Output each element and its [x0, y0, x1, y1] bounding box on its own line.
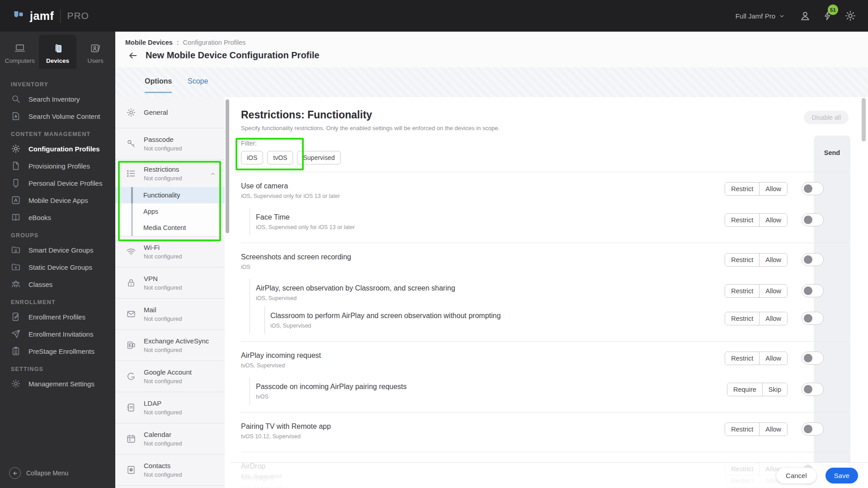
send-toggle[interactable] — [802, 383, 824, 396]
choice-skip-button[interactable]: Skip — [762, 383, 787, 396]
payload-item-restrictions[interactable]: RestrictionsNot configured — [115, 160, 225, 187]
payload-item-ldap[interactable]: LDAPNot configured — [115, 392, 225, 423]
module-tab-devices[interactable]: Devices — [39, 35, 77, 69]
payload-subitem-apps[interactable]: Apps — [115, 203, 225, 220]
indent-guide — [250, 279, 250, 306]
account-button[interactable] — [799, 10, 811, 22]
payload-item-passcode[interactable]: PasscodeNot configured — [115, 128, 225, 160]
payload-item-wi-fi[interactable]: Wi-FiNot configured — [115, 236, 225, 267]
setting-platforms: iOS — [241, 263, 659, 271]
setting-platforms: iOS, Supervised — [270, 322, 659, 329]
sidebar-item-classes[interactable]: Classes — [0, 276, 115, 293]
sidebar-item-enrollment-invitations[interactable]: Enrollment Invitations — [0, 325, 115, 343]
breadcrumb-parent[interactable]: Mobile Devices — [125, 39, 173, 46]
lock-icon — [126, 278, 136, 288]
choice-restrict-button[interactable]: Restrict — [725, 214, 759, 226]
choice-allow-button[interactable]: Allow — [759, 183, 787, 195]
setting-choice-group: RestrictAllow — [725, 422, 788, 436]
choice-allow-button[interactable]: Allow — [759, 423, 787, 436]
sidebar-item-enrollment-profiles[interactable]: Enrollment Profiles — [0, 308, 115, 325]
toggle-knob — [804, 314, 812, 323]
settings-button[interactable] — [844, 10, 856, 22]
sidebar-item-personal-device-profiles[interactable]: Personal Device Profiles — [0, 174, 115, 192]
scrollbar-thumb[interactable] — [862, 98, 866, 141]
back-button[interactable] — [128, 51, 138, 61]
indent-guide — [250, 306, 250, 334]
filter-button-tvos[interactable]: tvOS — [267, 151, 293, 164]
choice-restrict-button[interactable]: Restrict — [725, 183, 759, 195]
choice-restrict-button[interactable]: Restrict — [725, 312, 759, 325]
sidebar-item-ebooks[interactable]: eBooks — [0, 209, 115, 226]
payload-item-vpn[interactable]: VPNNot configured — [115, 267, 225, 299]
sidebar-item-search-volume-content[interactable]: Search Volume Content — [0, 108, 115, 125]
send-toggle[interactable] — [802, 422, 824, 436]
setting-row-airplay-screen-observation-by-classroom-and-screen-sharing: AirPlay, screen observation by Classroom… — [241, 279, 849, 306]
choice-restrict-button[interactable]: Restrict — [725, 253, 759, 266]
notifications-button[interactable]: 51 — [823, 10, 833, 22]
send-toggle[interactable] — [802, 182, 824, 195]
folder-sync-icon — [11, 245, 21, 255]
save-button[interactable]: Save — [826, 468, 858, 483]
filter-button-ios[interactable]: iOS — [241, 151, 263, 164]
payload-subitem-media-content[interactable]: Media Content — [115, 220, 225, 236]
cancel-button[interactable]: Cancel — [776, 468, 816, 483]
payload-item-status: Not configured — [144, 315, 182, 322]
payload-item-exchange-activesync[interactable]: Exchange ActiveSyncNot configured — [115, 330, 225, 361]
module-tab-computers[interactable]: Computers — [1, 35, 39, 69]
choice-allow-button[interactable]: Allow — [759, 352, 787, 365]
scrollbar-thumb[interactable] — [226, 99, 229, 233]
tab-scope[interactable]: Scope — [188, 77, 208, 92]
setting-platforms: iOS, Supervised only for iOS 13 or later — [256, 224, 659, 231]
choice-require-button[interactable]: Require — [727, 383, 762, 396]
choice-restrict-button[interactable]: Restrict — [725, 285, 759, 297]
folder-plus-icon — [11, 262, 21, 272]
choice-restrict-button[interactable]: Restrict — [725, 352, 759, 365]
checklist-icon — [126, 169, 136, 178]
sidebar-item-search-inventory[interactable]: Search Inventory — [0, 90, 115, 108]
book-icon — [11, 212, 21, 222]
send-toggle[interactable] — [802, 284, 824, 297]
sidebar-item-static-device-groups[interactable]: Static Device Groups — [0, 258, 115, 276]
payload-item-title: Calendar — [144, 431, 182, 439]
module-tab-users[interactable]: Users — [76, 35, 114, 69]
filter-button-supervised[interactable]: Supervised — [297, 151, 340, 164]
choice-allow-button[interactable]: Allow — [759, 253, 787, 266]
collapse-menu-label: Collapse Menu — [26, 469, 68, 477]
sidebar-item-prestage-enrollments[interactable]: PreStage Enrollments — [0, 343, 115, 360]
sidebar-item-label: PreStage Enrollments — [28, 347, 94, 355]
payload-item-mail[interactable]: MailNot configured — [115, 299, 225, 330]
tab-options[interactable]: Options — [145, 77, 172, 93]
disable-all-button[interactable]: Disable all — [804, 111, 849, 124]
choice-allow-button[interactable]: Allow — [759, 214, 787, 226]
payload-item-contacts[interactable]: ContactsNot configured — [115, 455, 225, 486]
send-toggle[interactable] — [802, 253, 824, 266]
main-header: Mobile Devices : Configuration Profiles … — [115, 32, 868, 67]
send-toggle[interactable] — [802, 312, 824, 325]
sidebar-item-management-settings[interactable]: Management Settings — [0, 375, 115, 392]
sidebar-item-smart-device-groups[interactable]: Smart Device Groups — [0, 241, 115, 258]
breadcrumb: Mobile Devices : Configuration Profiles — [125, 39, 245, 46]
payload-item-general[interactable]: General — [115, 97, 225, 128]
sidebar-item-mobile-device-apps[interactable]: Mobile Device Apps — [0, 192, 115, 209]
sidebar-item-configuration-profiles[interactable]: Configuration Profiles — [0, 140, 115, 157]
setting-row-pairing-tv-with-remote-app: Pairing TV with Remote apptvOS 10.12, Su… — [241, 417, 849, 445]
phone-icon — [11, 178, 21, 188]
payload-subitem-functionality[interactable]: Functionality — [115, 187, 225, 203]
payload-nav-scrollbar[interactable] — [225, 97, 231, 488]
choice-allow-button[interactable]: Allow — [759, 312, 787, 325]
payload-item-text: General — [144, 108, 168, 117]
payload-item-text: MailNot configured — [144, 306, 182, 322]
choice-allow-button[interactable]: Allow — [759, 285, 787, 297]
jamf-pro-app: jamf PRO Full Jamf Pro 51 — [0, 0, 868, 488]
send-toggle[interactable] — [802, 213, 824, 226]
sidebar-item-label: Static Device Groups — [28, 263, 92, 271]
choice-restrict-button[interactable]: Restrict — [725, 423, 759, 436]
context-selector[interactable]: Full Jamf Pro — [733, 12, 788, 20]
payload-item-calendar[interactable]: CalendarNot configured — [115, 423, 225, 455]
payload-item-google-account[interactable]: Google AccountNot configured — [115, 361, 225, 392]
collapse-menu-button[interactable]: Collapse Menu — [0, 467, 115, 488]
content-scrollbar[interactable] — [862, 98, 866, 488]
sidebar-item-provisioning-profiles[interactable]: Provisioning Profiles — [0, 157, 115, 174]
send-toggle[interactable] — [802, 352, 824, 365]
setting-title: Screenshots and screen recording — [241, 252, 659, 262]
